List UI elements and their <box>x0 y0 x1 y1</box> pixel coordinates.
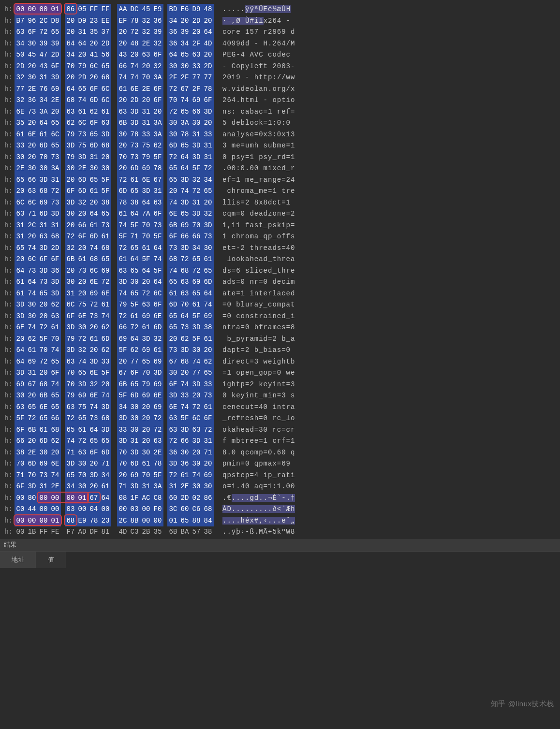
hex-byte[interactable]: 63 <box>65 356 76 368</box>
hex-bytes[interactable]: 7170737465703D342069705F72617469 <box>15 470 214 481</box>
hex-byte[interactable]: 31 <box>49 175 61 186</box>
hex-byte[interactable]: 3D <box>191 379 202 391</box>
hex-byte[interactable]: 70 <box>65 379 76 391</box>
hex-byte[interactable]: 34 <box>15 38 26 50</box>
ascii-text[interactable]: =0 bluray_compat <box>222 299 295 311</box>
hex-byte[interactable]: 33 <box>100 356 111 368</box>
hex-byte[interactable]: 77 <box>129 356 140 368</box>
hex-byte[interactable]: 30 <box>38 163 49 175</box>
hex-byte[interactable]: F0 <box>152 504 163 515</box>
hex-byte[interactable]: 3A <box>152 117 163 129</box>
hex-byte[interactable]: 66 <box>15 436 26 447</box>
hex-byte[interactable]: 6D <box>152 322 163 334</box>
hex-byte[interactable]: 6F <box>88 84 100 95</box>
hex-bytes[interactable]: 63716D3D3020646561647A6F6E653D32 <box>15 208 214 220</box>
hex-byte[interactable]: 01 <box>49 515 61 527</box>
hex-byte[interactable]: 69 <box>140 390 152 402</box>
hex-byte[interactable]: 31 <box>15 220 26 232</box>
ascii-text[interactable]: o=1.40 aq=1:1.00 <box>222 481 295 493</box>
hex-byte[interactable]: 6F <box>88 117 100 129</box>
hex-byte[interactable]: 6E <box>88 390 100 402</box>
hex-byte[interactable]: 3D <box>129 481 140 493</box>
hex-byte[interactable]: 34 <box>202 175 214 186</box>
hex-byte[interactable]: 68 <box>65 95 76 106</box>
hex-byte[interactable]: 2D <box>49 243 61 254</box>
hex-byte[interactable]: 39 <box>49 72 61 84</box>
ascii-text[interactable]: ÀD.........ð<`Æh <box>222 504 295 515</box>
hex-byte[interactable]: 74 <box>129 72 140 84</box>
hex-byte[interactable]: 3D <box>179 175 191 186</box>
hex-byte[interactable]: 69 <box>202 311 214 322</box>
hex-row[interactable]: h:2E30303A302E3030206D697865645F72.00:0.… <box>0 163 560 175</box>
hex-byte[interactable]: 3C <box>167 504 179 515</box>
hex-row[interactable]: h:772E766964656F6C616E2E6F72672F78w.vide… <box>0 84 560 95</box>
hex-byte[interactable]: 61 <box>100 299 111 311</box>
hex-byte[interactable]: 2D <box>76 72 88 84</box>
hex-bytes[interactable]: 206368726F6D615F6D653D3120747265 <box>15 186 214 197</box>
hex-byte[interactable]: 38 <box>100 197 111 209</box>
hex-bytes[interactable]: 5F726566726573683D302072635F6C6F <box>15 413 214 424</box>
hex-bytes[interactable]: 616E616C7973653D3078333A30783133 <box>15 129 214 141</box>
hex-byte[interactable]: 63 <box>140 299 152 311</box>
hex-byte[interactable]: 20 <box>76 208 88 220</box>
hex-byte[interactable]: 00 <box>100 504 111 515</box>
hex-byte[interactable]: 64 <box>15 356 26 368</box>
hex-bytes[interactable]: 343039396464202D20482E3236342F4D <box>15 38 214 50</box>
hex-byte[interactable]: 65 <box>129 186 140 197</box>
hex-byte[interactable]: 61 <box>167 288 179 300</box>
hex-byte[interactable]: 3A <box>179 117 191 129</box>
hex-row[interactable]: h:B7962CD820D923EEEF78323634202D20·–,Ø Ù… <box>0 15 560 27</box>
hex-byte[interactable]: 69 <box>100 265 111 277</box>
ascii-text[interactable]: b_pyramid=2 b_a <box>222 334 295 345</box>
hex-byte[interactable]: 32 <box>140 27 152 38</box>
hex-byte[interactable]: 65 <box>191 288 202 300</box>
hex-byte[interactable]: 73 <box>49 152 61 163</box>
hex-bytes[interactable]: C044000003000400000300F03C60C668 <box>15 504 214 515</box>
hex-byte[interactable]: 71 <box>117 481 129 493</box>
hex-byte[interactable]: 64 <box>140 265 152 277</box>
hex-byte[interactable]: 65 <box>179 515 191 527</box>
hex-row[interactable]: h:3236342E68746D6C202D206F7074696F264.ht… <box>0 95 560 106</box>
hex-byte[interactable]: 3D <box>38 243 49 254</box>
hex-byte[interactable]: 64 <box>129 254 140 265</box>
hex-byte[interactable]: 71 <box>65 447 76 459</box>
hex-byte[interactable]: 63 <box>15 208 26 220</box>
hex-byte[interactable]: 63 <box>140 49 152 61</box>
hex-byte[interactable]: 6D <box>76 186 88 197</box>
ascii-text[interactable]: 0 keyint_min=3 s <box>222 390 295 402</box>
hex-byte[interactable]: 6E <box>167 208 179 220</box>
hex-byte[interactable]: FF <box>88 4 100 15</box>
hex-bytes[interactable]: 6C6C69733D32203878386463743D3120 <box>15 197 214 209</box>
hex-byte[interactable]: 20 <box>202 117 214 129</box>
hex-bytes[interactable]: 69676874703D32206B6579696E743D33 <box>15 379 214 391</box>
hex-byte[interactable]: 68 <box>49 231 61 243</box>
hex-byte[interactable]: 3D <box>49 288 61 300</box>
hex-byte[interactable]: 69 <box>129 470 140 481</box>
hex-byte[interactable]: 2E <box>49 481 61 493</box>
hex-byte[interactable]: 20 <box>15 186 26 197</box>
hex-byte[interactable]: AD <box>76 526 88 538</box>
hex-byte[interactable]: 38 <box>202 322 214 334</box>
hex-byte[interactable]: 61 <box>88 186 100 197</box>
hex-byte[interactable]: 70 <box>38 152 49 163</box>
hex-byte[interactable]: 65 <box>49 27 61 38</box>
hex-byte[interactable]: 3D <box>65 458 76 470</box>
hex-byte[interactable]: 65 <box>167 175 179 186</box>
hex-byte[interactable]: 72 <box>38 356 49 368</box>
hex-byte[interactable]: 3D <box>15 299 26 311</box>
hex-byte[interactable]: 1F <box>129 493 140 504</box>
hex-byte[interactable]: 3D <box>26 481 38 493</box>
hex-byte[interactable]: 63 <box>15 402 26 413</box>
hex-byte[interactable]: 66 <box>49 413 61 424</box>
hex-byte[interactable]: 3D <box>65 322 76 334</box>
hex-row[interactable]: h:3D31206F70656E5F676F703D30207765=1 ope… <box>0 367 560 379</box>
hex-byte[interactable]: 74 <box>129 61 140 73</box>
ascii-text[interactable]: ef=1 me_range=24 <box>222 175 295 186</box>
hex-byte[interactable]: 65 <box>49 117 61 129</box>
hex-byte[interactable]: 67 <box>88 493 100 504</box>
hex-byte[interactable]: 66 <box>26 175 38 186</box>
hex-byte[interactable]: 72 <box>129 322 140 334</box>
hex-row[interactable]: h:6F3D312E34302061713D313A312E3030o=1.40… <box>0 481 560 493</box>
hex-byte[interactable]: 20 <box>88 458 100 470</box>
hex-byte[interactable]: 20 <box>65 175 76 186</box>
